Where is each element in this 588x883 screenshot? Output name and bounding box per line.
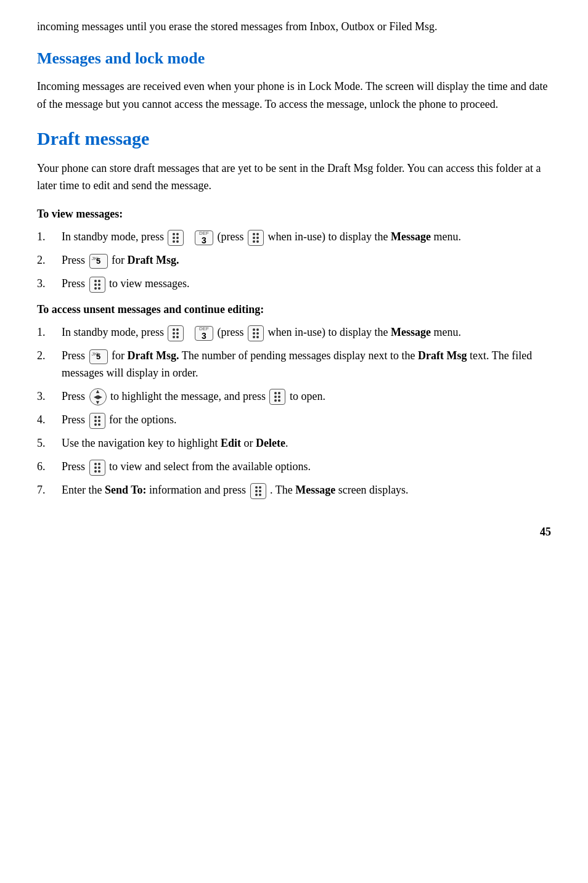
menu-key-icon-6: [269, 389, 285, 405]
list-item: 3. Press to view messages.: [37, 275, 551, 293]
key-dot: [253, 328, 255, 331]
list-content: In standby mode, press DEF 3 (press: [62, 229, 551, 246]
menu-key-icon-5: [248, 325, 264, 341]
messages-lock-heading: Messages and lock mode: [37, 46, 551, 70]
key-5-icon-2: JKL 5: [89, 349, 108, 364]
key-dot: [278, 392, 280, 394]
bold-message-screen: Message: [295, 484, 335, 496]
key-dot: [98, 420, 100, 422]
key-dot: [253, 332, 255, 335]
key-dot: [173, 240, 175, 243]
key-dot: [278, 396, 280, 398]
key-dot: [94, 470, 97, 473]
key-dot: [256, 328, 259, 331]
key-dots-4: [171, 327, 180, 340]
list-number: 3.: [37, 275, 62, 293]
key-dots-9: [254, 485, 263, 497]
menu-key-icon-2: [248, 230, 264, 246]
key-dot: [98, 423, 100, 426]
list-item: 3. Press ▲◀▶▼ to highlight the message, …: [37, 388, 551, 406]
def3-key-icon-2: DEF 3: [195, 326, 213, 341]
list-number: 3.: [37, 388, 62, 405]
key-dots-5: [251, 327, 260, 340]
key-dots-6: [273, 391, 282, 403]
nav-arrows: ▲◀▶▼: [94, 389, 102, 405]
key-dot: [98, 470, 100, 473]
key-dot: [176, 336, 179, 338]
draft-message-body: Your phone can store draft messages that…: [37, 160, 551, 195]
key-dot: [94, 463, 97, 465]
key-dot: [98, 280, 100, 282]
view-messages-heading: To view messages:: [37, 206, 551, 222]
page-number: 45: [37, 524, 551, 540]
key-dots-2: [251, 232, 260, 244]
key-dot: [176, 240, 179, 243]
bold-message: Message: [391, 230, 431, 243]
key-def-num: 3: [202, 236, 206, 245]
list-number: 1.: [37, 324, 62, 341]
menu-key-icon-8: [89, 460, 105, 476]
list-content: In standby mode, press DEF 3 (press: [62, 324, 551, 341]
key-dot: [256, 240, 259, 243]
list-content: Enter the Send To: information and press…: [62, 482, 551, 499]
key-dot: [274, 399, 277, 402]
key-dot: [98, 466, 100, 469]
menu-key-icon-9: [250, 483, 266, 499]
view-messages-list: 1. In standby mode, press DEF 3 (press: [37, 229, 551, 293]
key-dot: [274, 396, 277, 398]
key-dot: [255, 494, 258, 496]
list-item: 4. Press for the options.: [37, 412, 551, 429]
list-item: 2. Press JKL 5 for Draft Msg.: [37, 252, 551, 269]
key-dot: [94, 423, 97, 426]
bold-send-to: Send To:: [105, 484, 147, 496]
list-item: 1. In standby mode, press DEF 3 (press: [37, 229, 551, 246]
key-dot: [94, 416, 97, 418]
key-dot: [98, 463, 100, 465]
list-content: Press ▲◀▶▼ to highlight the message, and…: [62, 388, 551, 406]
list-number: 2.: [37, 252, 62, 269]
key-dot: [278, 399, 280, 402]
key-dot: [255, 490, 258, 492]
key-dot: [94, 280, 97, 282]
key-def-num-2: 3: [202, 332, 206, 340]
key-dot: [253, 233, 255, 235]
key-dot: [253, 237, 255, 239]
menu-key-icon-4: [168, 325, 184, 341]
key-dot: [98, 416, 100, 418]
key-dot: [94, 466, 97, 469]
list-content: Press to view messages.: [62, 275, 551, 293]
list-content: Use the navigation key to highlight Edit…: [62, 435, 551, 452]
key-dot: [176, 332, 179, 335]
menu-key-icon-7: [89, 413, 105, 429]
list-item: 6. Press to view and select from the ava…: [37, 458, 551, 476]
bold-edit: Edit: [221, 437, 241, 449]
key-dot: [176, 233, 179, 235]
key-dot: [173, 332, 175, 335]
list-content: Press for the options.: [62, 412, 551, 429]
list-number: 2.: [37, 348, 62, 365]
bold-draft-msg-2: Draft Msg.: [128, 349, 179, 362]
key-dot: [173, 328, 175, 331]
list-item: 2. Press JKL 5 for Draft Msg. The number…: [37, 348, 551, 382]
access-unsent-heading: To access unsent messages and continue e…: [37, 301, 551, 318]
key-5-icon: JKL 5: [89, 254, 108, 269]
list-number: 1.: [37, 229, 62, 246]
list-number: 4.: [37, 412, 62, 429]
key-dot: [256, 332, 259, 335]
list-number: 6.: [37, 458, 62, 476]
list-number: 7.: [37, 482, 62, 499]
def3-key-icon: DEF 3: [195, 230, 213, 245]
key-dot: [256, 233, 259, 235]
key-dot: [94, 420, 97, 422]
bold-draft-msg-text: Draft Msg: [418, 349, 467, 362]
key-jkl-label-2: JKL: [92, 351, 100, 358]
key-dot: [98, 283, 100, 286]
messages-lock-body: Incoming messages are received even when…: [37, 78, 551, 113]
list-item: 7. Enter the Send To: information and pr…: [37, 482, 551, 499]
key-dot: [173, 233, 175, 235]
key-dots-8: [93, 462, 102, 474]
bold-message-2: Message: [391, 326, 431, 338]
key-dot: [259, 494, 261, 496]
list-content: Press to view and select from the availa…: [62, 458, 551, 476]
key-dot: [94, 287, 97, 290]
